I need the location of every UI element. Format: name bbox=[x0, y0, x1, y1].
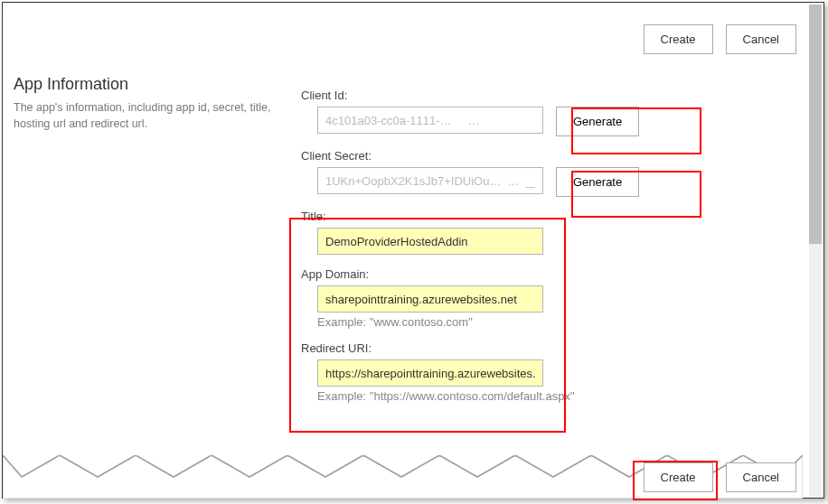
cancel-button-top[interactable]: Cancel bbox=[726, 24, 796, 54]
client-id-block: Client Id: Generate bbox=[301, 89, 771, 136]
client-secret-block: Client Secret: Generate bbox=[301, 149, 771, 197]
redirect-uri-example: Example: "https://www.contoso.com/defaul… bbox=[317, 389, 771, 403]
client-secret-row: Generate bbox=[301, 167, 771, 197]
create-button-top[interactable]: Create bbox=[644, 24, 713, 54]
bottom-action-bar: Create Cancel bbox=[644, 462, 797, 492]
app-domain-block: App Domain: Example: "www.contoso.com" bbox=[301, 267, 771, 329]
section-title: App Information bbox=[14, 75, 128, 94]
client-id-label: Client Id: bbox=[301, 89, 771, 102]
section-description: The app's information, including app id,… bbox=[14, 100, 289, 132]
redirect-uri-input[interactable] bbox=[317, 359, 543, 387]
client-id-input[interactable] bbox=[317, 107, 543, 134]
client-secret-input[interactable] bbox=[317, 167, 543, 194]
title-label: Title: bbox=[301, 210, 771, 223]
scrollbar-thumb[interactable] bbox=[809, 5, 822, 244]
redirect-uri-block: Redirect URI: Example: "https://www.cont… bbox=[301, 341, 771, 403]
client-secret-label: Client Secret: bbox=[301, 149, 771, 163]
page-container: Create Cancel App Information The app's … bbox=[2, 2, 824, 499]
top-action-bar: Create Cancel bbox=[644, 24, 797, 54]
app-domain-example: Example: "www.contoso.com" bbox=[317, 315, 771, 329]
redirect-uri-label: Redirect URI: bbox=[301, 341, 771, 355]
title-input[interactable] bbox=[317, 228, 543, 255]
app-domain-label: App Domain: bbox=[301, 267, 771, 281]
client-secret-generate-button[interactable]: Generate bbox=[556, 167, 639, 197]
create-button-bottom[interactable]: Create bbox=[644, 462, 713, 492]
form-area: Client Id: Generate Client Secret: Gener… bbox=[301, 89, 771, 415]
cancel-button-bottom[interactable]: Cancel bbox=[726, 462, 796, 492]
app-domain-input[interactable] bbox=[317, 285, 543, 313]
vertical-scrollbar[interactable] bbox=[809, 5, 822, 498]
title-block: Title: bbox=[301, 210, 771, 255]
client-id-generate-button[interactable]: Generate bbox=[556, 107, 639, 136]
client-id-row: Generate bbox=[301, 107, 771, 136]
